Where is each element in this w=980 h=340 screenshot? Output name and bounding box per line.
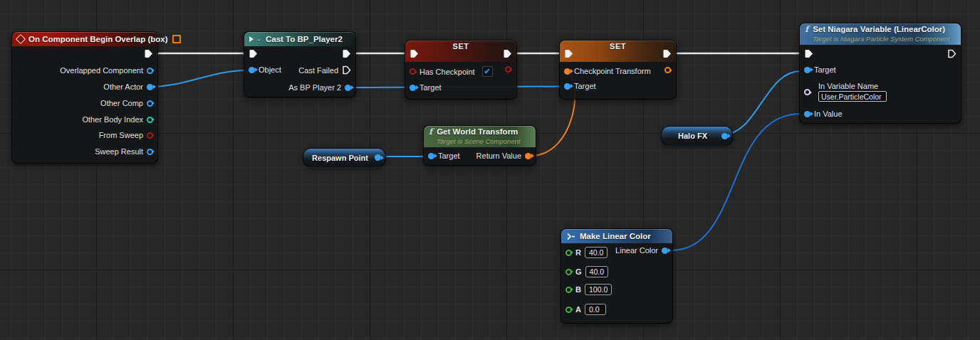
node-title: SET — [560, 42, 676, 51]
object-pin-icon — [147, 100, 153, 107]
pin-label: Other Body Index — [82, 115, 143, 124]
node-set-niagara-variable[interactable]: f Set Niagara Variable (LinearColor) Tar… — [799, 23, 961, 124]
object-pin-icon — [147, 84, 153, 90]
node-on-component-begin-overlap[interactable]: On Component Begin Overlap (box) Overlap… — [11, 31, 158, 164]
node-set-has-checkpoint[interactable]: SET Has Checkpoint ✔ Target — [405, 40, 517, 100]
pin-sweep-result[interactable]: Sweep Result — [95, 147, 153, 156]
object-pin-icon — [345, 85, 351, 91]
pin-has-checkpoint[interactable]: Has Checkpoint ✔ — [410, 66, 493, 77]
wire-halofx-to-target — [721, 71, 801, 135]
node-set-checkpoint-transform[interactable]: SET Checkpoint Transform Target — [559, 40, 677, 100]
pin-label: B — [575, 285, 581, 294]
pin-overlapped-component[interactable]: Overlapped Component — [60, 66, 153, 75]
function-icon: f — [429, 127, 432, 136]
pin-exec-in[interactable] — [804, 49, 813, 58]
event-diamond-icon — [16, 34, 26, 44]
pin-target[interactable]: Target — [564, 82, 596, 90]
pin-target[interactable]: Target — [410, 83, 442, 92]
pin-target[interactable]: Target — [804, 65, 836, 74]
pin-as-bp-player2[interactable]: As BP Player 2 — [288, 83, 351, 92]
pin-exec-in[interactable] — [564, 49, 573, 58]
pin-has-checkpoint-out[interactable] — [505, 66, 511, 73]
node-halo-fx-variable[interactable]: Halo FX — [661, 126, 733, 146]
node-header: On Component Begin Overlap (box) — [12, 32, 157, 46]
pin-checkpoint-transform[interactable]: Checkpoint Transform — [564, 67, 651, 75]
pin-other-body-index[interactable]: Other Body Index — [82, 115, 153, 124]
wire-other-actor-to-object — [151, 70, 245, 87]
object-pin-icon — [428, 153, 434, 159]
object-pin-icon — [375, 154, 381, 161]
linearcolor-pin-icon — [804, 111, 810, 117]
pin-label: Has Checkpoint — [419, 68, 475, 76]
node-header: f Get World Transform Target is Scene Co… — [424, 126, 536, 147]
pin-exec-out[interactable] — [947, 49, 956, 58]
pin-in-value[interactable]: In Value — [804, 110, 843, 118]
pin-label: R — [575, 248, 581, 257]
exec-pin-icon — [410, 49, 419, 58]
pin-from-sweep[interactable]: From Sweep — [99, 131, 153, 139]
name-pin-icon — [804, 89, 810, 95]
pin-r[interactable]: R 40.0 — [565, 247, 608, 258]
pin-b[interactable]: B 100.0 — [565, 284, 612, 295]
float-pin-icon — [565, 287, 572, 293]
struct-pin-icon — [147, 149, 153, 155]
pin-exec-out[interactable] — [144, 49, 153, 58]
object-pin-icon — [147, 68, 153, 74]
pin-label: Target — [419, 83, 442, 92]
box-delegate-icon[interactable] — [172, 35, 181, 43]
node-subtitle: Target is Niagara Particle System Compon… — [813, 34, 949, 43]
exec-pin-icon — [947, 49, 956, 58]
pin-exec-in[interactable] — [410, 49, 419, 58]
pin-return-value[interactable]: Return Value — [476, 152, 531, 160]
make-struct-icon — [566, 232, 575, 241]
has-checkpoint-checkbox[interactable]: ✔ — [482, 66, 493, 77]
exec-pin-icon — [144, 49, 153, 58]
variable-name-input[interactable] — [818, 91, 887, 102]
node-title: On Component Begin Overlap (box) — [28, 35, 168, 43]
exec-pin-icon — [662, 49, 672, 58]
transform-pin-icon — [564, 68, 570, 75]
g-value-field[interactable]: 40.0 — [585, 266, 608, 277]
pin-label: In Value — [814, 110, 843, 118]
pin-exec-out[interactable] — [342, 49, 351, 58]
exec-pin-icon — [564, 49, 573, 58]
pin-other-actor[interactable]: Other Actor — [103, 83, 153, 91]
pin-checkpoint-transform-out[interactable] — [664, 67, 671, 73]
object-pin-icon — [564, 83, 570, 90]
pin-exec-in[interactable] — [249, 49, 258, 58]
node-header: → Cast To BP_Player2 — [244, 32, 355, 46]
cast-icon: → — [249, 36, 261, 43]
blueprint-graph-canvas[interactable]: On Component Begin Overlap (box) Overlap… — [0, 0, 980, 340]
pin-label: As BP Player 2 — [288, 83, 341, 92]
exec-pin-icon — [249, 49, 258, 58]
node-title: Make Linear Color — [580, 232, 651, 240]
pin-linear-color-out[interactable]: Linear Color — [615, 246, 668, 255]
b-value-field[interactable]: 100.0 — [585, 284, 612, 295]
object-pin-icon — [249, 67, 255, 73]
node-respawn-point-variable[interactable]: Respawn Point — [303, 148, 386, 167]
node-cast-to-bp-player2[interactable]: → Cast To BP_Player2 Object Cast Failed … — [244, 31, 356, 97]
node-make-linear-color[interactable]: Make Linear Color R 40.0 Linear Color G … — [561, 228, 673, 324]
pin-other-comp[interactable]: Other Comp — [100, 99, 153, 107]
pin-label: Return Value — [476, 152, 521, 160]
pin-cast-failed[interactable]: Cast Failed — [298, 65, 351, 75]
pin-a[interactable]: A 0.0 — [565, 304, 606, 315]
bool-pin-icon — [505, 66, 511, 73]
float-pin-icon — [565, 250, 572, 256]
in-variable-name-block: In Variable Name — [818, 82, 887, 102]
r-value-field[interactable]: 40.0 — [585, 247, 608, 258]
pin-exec-out[interactable] — [662, 49, 672, 58]
a-value-field[interactable]: 0.0 — [585, 304, 606, 315]
pin-target[interactable]: Target — [428, 152, 460, 160]
pin-label: Linear Color — [615, 246, 658, 255]
pin-in-variable-name[interactable] — [804, 89, 810, 95]
object-pin-icon — [410, 85, 416, 91]
node-title: Get World Transform — [437, 127, 520, 137]
node-title: Cast To BP_Player2 — [266, 35, 343, 43]
exec-pin-icon — [804, 49, 813, 58]
pin-label: A — [575, 305, 581, 314]
pin-g[interactable]: G 40.0 — [565, 266, 608, 277]
pin-object[interactable]: Object — [249, 65, 281, 74]
pin-exec-out[interactable] — [503, 49, 512, 58]
node-get-world-transform[interactable]: f Get World Transform Target is Scene Co… — [423, 125, 536, 166]
